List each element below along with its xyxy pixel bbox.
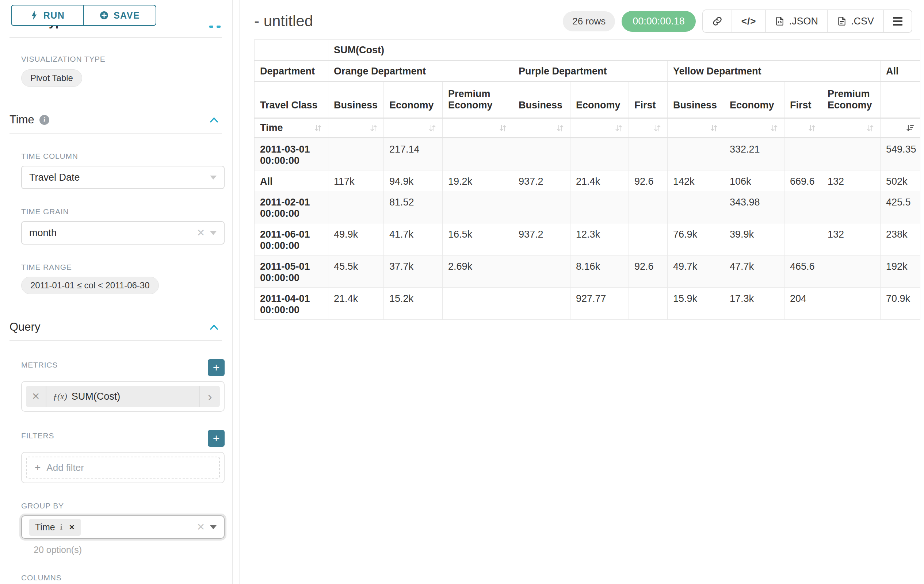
view-query-button[interactable]: </>	[731, 10, 766, 32]
remove-tag-icon[interactable]: ✕	[69, 523, 75, 531]
pivot-value-cell	[822, 288, 881, 320]
time-column-control: TIME COLUMN Travel Date	[21, 152, 224, 189]
sort-icon[interactable]	[369, 124, 378, 133]
row-label-cell: 2011-02-01 00:00:00	[254, 191, 328, 224]
column-info-icon[interactable]: i	[60, 522, 63, 532]
sort-descending-icon[interactable]	[906, 124, 914, 133]
time-range-value[interactable]: 2011-01-01 ≤ col < 2011-06-30	[21, 277, 159, 294]
time-sort-header-row: Time	[254, 118, 920, 138]
filters-box: + Add filter	[21, 452, 224, 483]
metric-header-row: SUM(Cost)	[254, 40, 920, 61]
sort-icon[interactable]	[556, 124, 564, 133]
add-filter-button[interactable]: + Add filter	[26, 457, 220, 479]
column-sort-header[interactable]	[822, 118, 881, 138]
pivot-value-cell	[513, 255, 571, 288]
copy-link-button[interactable]	[703, 10, 731, 32]
pivot-value-cell: 132	[822, 224, 881, 255]
more-menu-button[interactable]	[883, 10, 912, 32]
visualization-type-value[interactable]: Pivot Table	[21, 69, 82, 87]
export-csv-button[interactable]: .CSV	[827, 10, 883, 32]
function-icon: ƒ(x)	[53, 392, 67, 401]
pivot-value-cell: 39.9k	[724, 224, 784, 255]
group-by-select[interactable]: Time i ✕ ✕	[21, 515, 224, 539]
pivot-value-cell: 117k	[328, 171, 384, 191]
chevron-down-icon[interactable]	[210, 231, 216, 235]
sort-icon[interactable]	[807, 124, 816, 133]
clear-icon[interactable]: ✕	[196, 227, 205, 239]
sort-icon[interactable]	[770, 124, 779, 133]
sort-icon[interactable]	[498, 124, 507, 133]
info-icon[interactable]: i	[40, 115, 49, 125]
export-json-button[interactable]: .JSON	[765, 10, 827, 32]
pivot-value-cell	[629, 138, 668, 171]
export-csv-label: .CSV	[851, 16, 874, 27]
department-axis-label: Department	[254, 61, 328, 82]
sort-icon[interactable]	[866, 124, 875, 133]
chart-header: - untitled 26 rows 00:00:00.18 </>	[239, 0, 924, 33]
sort-icon[interactable]	[710, 124, 718, 133]
pivot-value-cell: 238k	[881, 224, 920, 255]
pivot-value-cell: 94.9k	[384, 171, 443, 191]
metric-name: SUM(Cost)	[72, 391, 200, 402]
column-sort-header[interactable]	[443, 118, 513, 138]
pivot-value-cell	[822, 191, 881, 224]
pivot-value-cell: 81.52	[384, 191, 443, 224]
pivot-value-cell: 204	[784, 288, 822, 320]
column-sort-header[interactable]	[724, 118, 784, 138]
column-sort-header[interactable]	[784, 118, 822, 138]
add-metric-button[interactable]: +	[208, 359, 224, 376]
column-sort-header[interactable]	[328, 118, 384, 138]
column-sort-header[interactable]	[513, 118, 571, 138]
group-by-tag[interactable]: Time i ✕	[29, 519, 81, 536]
add-filter-plus-button[interactable]: +	[208, 430, 224, 447]
pivot-value-cell: 343.98	[724, 191, 784, 224]
column-sort-header-active[interactable]	[881, 118, 920, 138]
lightning-icon	[30, 11, 38, 20]
sort-icon[interactable]	[314, 124, 322, 133]
metric-header-cell: SUM(Cost)	[328, 40, 920, 61]
column-sort-header[interactable]	[668, 118, 724, 138]
time-grain-select[interactable]: month ✕	[21, 221, 224, 245]
chevron-down-icon[interactable]	[210, 525, 216, 529]
pivot-value-cell: 192k	[881, 255, 920, 288]
chart-title[interactable]: - untitled	[254, 12, 563, 30]
class-header: First	[784, 82, 822, 118]
pivot-value-cell: 502k	[881, 171, 920, 191]
control-panel-sidebar: Chart Type RUN SAVE VISUALIZATION TY	[0, 0, 233, 584]
time-sort-header[interactable]: Time	[254, 118, 328, 138]
sort-icon[interactable]	[614, 124, 623, 133]
filters-label: FILTERS	[21, 431, 54, 440]
pivot-value-cell	[571, 191, 629, 224]
chevron-down-icon[interactable]	[210, 176, 216, 179]
pivot-value-cell: 76.9k	[668, 224, 724, 255]
metric-item[interactable]: ✕ ƒ(x) SUM(Cost) ›	[26, 386, 220, 407]
chevron-up-icon[interactable]	[209, 324, 219, 330]
column-sort-header[interactable]	[571, 118, 629, 138]
chevron-up-icon[interactable]	[209, 117, 219, 123]
column-sort-header[interactable]	[629, 118, 668, 138]
time-column-label: TIME COLUMN	[21, 152, 224, 161]
pivot-value-cell: 47.7k	[724, 255, 784, 288]
remove-metric-icon[interactable]: ✕	[26, 386, 46, 407]
save-button[interactable]: SAVE	[83, 5, 156, 26]
chevron-right-icon[interactable]: ›	[200, 386, 220, 407]
pivot-value-cell: 217.14	[384, 138, 443, 171]
sort-icon[interactable]	[653, 124, 662, 133]
save-button-label: SAVE	[114, 10, 140, 21]
column-sort-header[interactable]	[384, 118, 443, 138]
class-header: Economy	[724, 82, 784, 118]
run-button[interactable]: RUN	[11, 5, 84, 26]
file-text-icon	[837, 16, 846, 26]
pivot-value-cell: 425.5	[881, 191, 920, 224]
class-header: Premium Economy	[822, 82, 881, 118]
pivot-value-cell	[443, 191, 513, 224]
class-header: Economy	[571, 82, 629, 118]
clear-icon[interactable]: ✕	[196, 521, 205, 533]
section-divider	[10, 340, 222, 341]
time-range-control: TIME RANGE 2011-01-01 ≤ col < 2011-06-30	[21, 263, 224, 294]
pivot-value-cell	[513, 138, 571, 171]
hamburger-menu-icon	[893, 17, 903, 26]
sort-icon[interactable]	[428, 124, 437, 133]
time-column-select[interactable]: Travel Date	[21, 166, 224, 189]
pivot-value-cell: 2.69k	[443, 255, 513, 288]
